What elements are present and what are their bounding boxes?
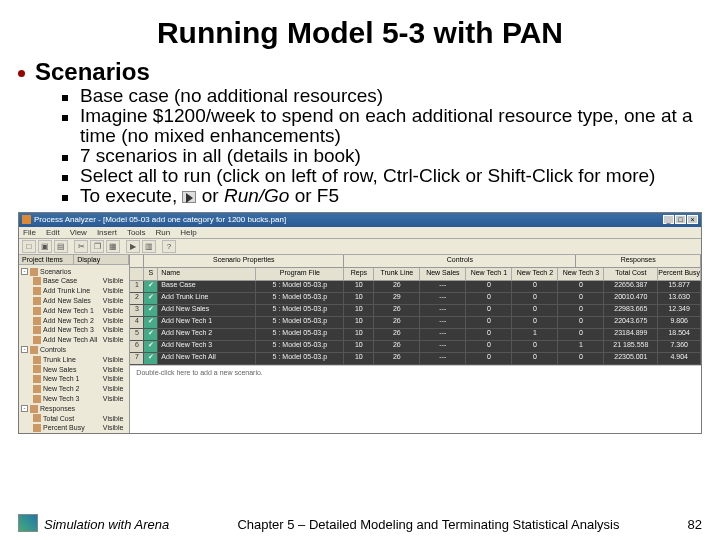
toolbar-cut-icon[interactable]: ✂ — [74, 240, 88, 253]
scenario-row[interactable]: 1✔Base Case5 : Model 05-03.p1026---00022… — [130, 281, 701, 293]
col-header[interactable]: Total Cost — [604, 268, 658, 280]
tree-item[interactable]: New Tech 3Visible — [33, 394, 127, 404]
tree-item[interactable]: Percent BusyVisible — [33, 423, 127, 432]
col-header[interactable]: S — [144, 268, 158, 280]
bullet-text: Select all to run (click on left of row,… — [80, 166, 655, 186]
minimize-button[interactable]: _ — [663, 215, 674, 224]
maximize-button[interactable]: □ — [675, 215, 686, 224]
tree-item[interactable]: New Tech 1Visible — [33, 374, 127, 384]
toolbar-new-icon[interactable]: □ — [22, 240, 36, 253]
group-header: Responses — [576, 255, 701, 267]
menu-item[interactable]: View — [70, 228, 87, 237]
col-header[interactable]: Name — [158, 268, 256, 280]
scenario-row[interactable]: 4✔Add New Tech 15 : Model 05-03.p1026---… — [130, 317, 701, 329]
tree-item[interactable]: -Responses — [21, 404, 127, 414]
slide-title: Running Model 5-3 with PAN — [18, 16, 702, 50]
menu-bar[interactable]: File Edit View Insert Tools Run Help — [19, 227, 701, 239]
col-header[interactable]: New Sales — [420, 268, 466, 280]
sub-bullet — [62, 195, 68, 201]
bullet-text: To execute, or Run/Go or F5 — [80, 186, 339, 206]
scenario-row[interactable]: 2✔Add Trunk Line5 : Model 05-03.p1029---… — [130, 293, 701, 305]
toolbar: □ ▣ ▤ ✂ ❐ ▦ ▶ ▥ ? — [19, 239, 701, 255]
toolbar-open-icon[interactable]: ▣ — [38, 240, 52, 253]
window-titlebar: Process Analyzer - [Model 05-03 add one … — [19, 213, 701, 227]
menu-item[interactable]: Insert — [97, 228, 117, 237]
toolbar-paste-icon[interactable]: ▦ — [106, 240, 120, 253]
toolbar-help-icon[interactable]: ? — [162, 240, 176, 253]
tree-item[interactable]: Add New Tech 2Visible — [33, 316, 127, 326]
tree-item[interactable]: New SalesVisible — [33, 365, 127, 375]
col-header[interactable]: New Tech 3 — [558, 268, 604, 280]
project-tree-panel: Project Items Display -ScenariosBase Cas… — [19, 255, 130, 433]
window-title: Process Analyzer - [Model 05-03 add one … — [34, 215, 286, 224]
col-header[interactable]: New Tech 2 — [512, 268, 558, 280]
col-header[interactable]: New Tech 1 — [466, 268, 512, 280]
play-icon — [182, 191, 196, 203]
close-button[interactable]: × — [687, 215, 698, 224]
scenario-row[interactable]: 3✔Add New Sales5 : Model 05-03.p1026---0… — [130, 305, 701, 317]
toolbar-run-icon[interactable]: ▶ — [126, 240, 140, 253]
bullet-text: Base case (no additional resources) — [80, 86, 383, 106]
sub-bullet — [62, 175, 68, 181]
col-header[interactable]: Program File — [256, 268, 344, 280]
col-header[interactable]: Trunk Line — [374, 268, 420, 280]
sub-bullet — [62, 95, 68, 101]
sub-bullet — [62, 155, 68, 161]
group-header: Scenario Properties — [144, 255, 344, 267]
group-header: Controls — [344, 255, 576, 267]
bullet-dot — [18, 70, 25, 77]
tree-col-header: Display — [74, 255, 129, 264]
slide-footer: Simulation with Arena Chapter 5 – Detail… — [0, 514, 720, 532]
tree-item[interactable]: Add New Tech 1Visible — [33, 306, 127, 316]
hint-row[interactable]: Double-click here to add a new scenario. — [130, 365, 701, 379]
tree-item[interactable]: -Controls — [21, 345, 127, 355]
tree-item[interactable]: -Scenarios — [21, 267, 127, 277]
tree-item[interactable]: Add Trunk LineVisible — [33, 286, 127, 296]
tree-item[interactable]: Add New Tech 3Visible — [33, 325, 127, 335]
footer-chapter: Chapter 5 – Detailed Modeling and Termin… — [169, 517, 687, 532]
sub-bullet — [62, 115, 68, 121]
menu-item[interactable]: Help — [180, 228, 196, 237]
menu-item[interactable]: Run — [156, 228, 171, 237]
scenario-row[interactable]: 5✔Add New Tech 25 : Model 05-03.p1026---… — [130, 329, 701, 341]
bullet-text: Imagine $1200/week to spend on each addi… — [80, 106, 702, 146]
app-icon — [22, 215, 31, 224]
col-header[interactable]: Percent Busy — [658, 268, 701, 280]
section-heading: Scenarios — [35, 58, 150, 86]
menu-item[interactable]: Edit — [46, 228, 60, 237]
book-icon — [18, 514, 38, 532]
process-analyzer-window: Process Analyzer - [Model 05-03 add one … — [18, 212, 702, 434]
tree-item[interactable]: Add New SalesVisible — [33, 296, 127, 306]
col-header[interactable]: Reps — [344, 268, 374, 280]
toolbar-copy-icon[interactable]: ❐ — [90, 240, 104, 253]
toolbar-save-icon[interactable]: ▤ — [54, 240, 68, 253]
scenario-row[interactable]: 6✔Add New Tech 35 : Model 05-03.p1026---… — [130, 341, 701, 353]
col-header[interactable] — [130, 268, 144, 280]
tree-item[interactable]: Trunk LineVisible — [33, 355, 127, 365]
footer-book-title: Simulation with Arena — [44, 517, 169, 532]
tree-item[interactable]: Total CostVisible — [33, 414, 127, 424]
tree-item[interactable]: New Tech 2Visible — [33, 384, 127, 394]
tree-col-header: Project Items — [19, 255, 74, 264]
tree-item[interactable]: Base CaseVisible — [33, 276, 127, 286]
tree-item[interactable]: Add New Tech AllVisible — [33, 335, 127, 345]
scenario-row[interactable]: 7✔Add New Tech All5 : Model 05-03.p1026-… — [130, 353, 701, 365]
bullet-text: 7 scenarios in all (details in book) — [80, 146, 361, 166]
toolbar-chart-icon[interactable]: ▥ — [142, 240, 156, 253]
footer-page-number: 82 — [688, 517, 702, 532]
menu-item[interactable]: Tools — [127, 228, 146, 237]
menu-item[interactable]: File — [23, 228, 36, 237]
